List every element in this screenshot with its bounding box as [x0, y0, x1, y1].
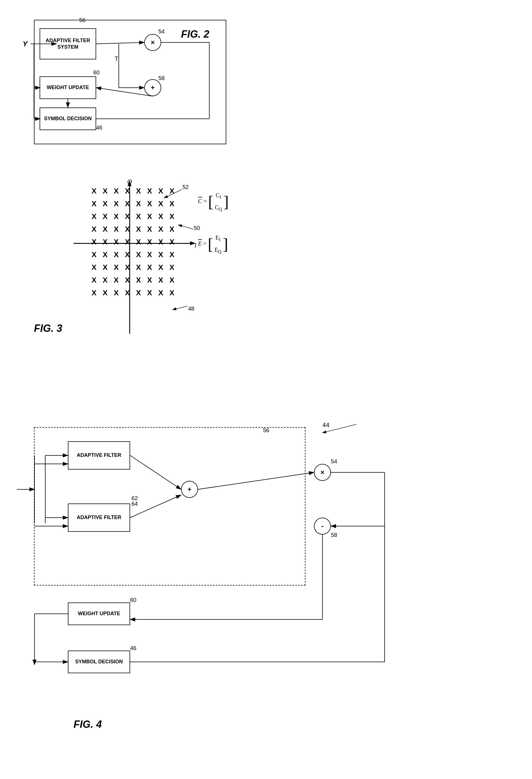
fig2-mult-symbol: ×	[151, 39, 155, 46]
fig2-weight-label: WEIGHT UPDATE	[47, 84, 89, 91]
fig2-multiplier: ×	[144, 34, 161, 51]
fig3-diagram: Q I X X X X X X X X X X X X X X	[17, 170, 272, 368]
fig3-c-matrix: C = [ CICQ ]	[198, 189, 229, 214]
fig3-grid: X X X X X X X X X X X X X X X X	[79, 187, 187, 334]
fig2-symbol-block: SYMBOL DECISION	[40, 108, 96, 130]
x-1-5: X	[136, 187, 141, 195]
fig4-diagram: ADAPTIVE FILTER ADAPTIVE FILTER + × - WE…	[17, 419, 498, 753]
fig2-diagram: ADAPTIVE FILTER SYSTEM WEIGHT UPDATE SYM…	[17, 11, 249, 153]
fig4-af1-label: ADAPTIVE FILTER	[77, 452, 121, 459]
fig2-add-symbol: +	[151, 84, 155, 92]
fig4-symbol-block: SYMBOL DECISION	[68, 651, 130, 673]
fig3-num-50: 50	[194, 225, 200, 231]
fig4-num-44: 44	[322, 421, 329, 429]
fig2-afs-block: ADAPTIVE FILTER SYSTEM	[40, 28, 96, 59]
fig3-bracket-right-c: ]	[224, 193, 229, 211]
x-1-3: X	[114, 187, 119, 195]
x-1-4: X	[125, 187, 130, 195]
x-1-7: X	[158, 187, 163, 195]
x-1-1: X	[92, 187, 97, 195]
fig4-weight-block: WEIGHT UPDATE	[68, 602, 130, 625]
fig4-num-56: 56	[263, 427, 269, 434]
fig3-row-7: X X X X X X X X	[79, 263, 187, 272]
fig3-c-bar: C	[198, 197, 202, 204]
fig2-num-54: 54	[158, 28, 165, 35]
fig2-num-60: 60	[93, 69, 100, 76]
fig4-multiplier: ×	[314, 464, 331, 481]
fig2-num-46: 46	[96, 124, 102, 131]
fig3-e-vals: EIEQ	[215, 232, 221, 256]
fig2-num-58: 58	[158, 75, 165, 81]
fig4-af2-block: ADAPTIVE FILTER	[68, 503, 130, 532]
fig3-equals-e: =	[203, 240, 208, 247]
fig4-num-58: 58	[331, 532, 337, 538]
fig3-bracket-right-e: ]	[223, 235, 228, 253]
fig3-e-bar: E	[198, 240, 202, 247]
fig2-symbol-label: SYMBOL DECISION	[44, 115, 92, 122]
fig2-weight-block: WEIGHT UPDATE	[40, 76, 96, 99]
fig2-adder: +	[144, 79, 161, 96]
fig3-row-8: X X X X X X X X	[79, 276, 187, 285]
fig3-q-label: Q	[127, 178, 132, 186]
fig2-title: FIG. 2	[181, 28, 209, 40]
fig3-row-2: X X X X X X X X	[79, 199, 187, 208]
fig4-add-symbol: +	[187, 485, 191, 493]
fig3-c-vals: CICQ	[215, 189, 222, 214]
fig4-af2-label: ADAPTIVE FILTER	[77, 514, 121, 521]
fig2-y-label: Y	[22, 40, 27, 48]
fig3-bracket-left-e: [	[208, 235, 213, 253]
fig3-row-1: X X X X X X X X	[79, 187, 187, 195]
fig3-row-5: X X X X X X X X	[79, 238, 187, 246]
fig4-adder: +	[181, 481, 198, 498]
fig3-row-3: X X X X X X X X	[79, 212, 187, 221]
fig4-num-64: 64	[131, 501, 138, 507]
x-1-6: X	[147, 187, 152, 195]
fig4-af1-block: ADAPTIVE FILTER	[68, 441, 130, 470]
fig3-e-matrix: E = [ EIEQ ]	[198, 232, 228, 256]
fig3-i-label: I	[194, 242, 196, 249]
fig4-symbol-label: SYMBOL DECISION	[75, 659, 123, 665]
fig4-num-54: 54	[331, 458, 337, 465]
x-1-2: X	[103, 187, 108, 195]
fig4-subtractor: -	[314, 518, 331, 535]
fig3-num-48: 48	[188, 305, 194, 312]
fig3-equals-c: =	[203, 198, 208, 204]
fig3-num-52: 52	[182, 184, 189, 190]
fig4-title: FIG. 4	[73, 718, 102, 730]
fig4-sub-symbol: -	[321, 522, 323, 530]
x-1-8: X	[169, 187, 174, 195]
fig3-title: FIG. 3	[34, 322, 62, 334]
fig3-bracket-left-c: [	[208, 193, 214, 211]
fig2-afs-label: ADAPTIVE FILTER SYSTEM	[40, 37, 96, 51]
fig4-mult-symbol: ×	[320, 468, 324, 476]
fig4-num-60: 60	[130, 597, 136, 603]
fig3-row-9: X X X X X X X X	[79, 289, 187, 297]
fig2-num-56: 56	[79, 17, 85, 23]
fig4-weight-label: WEIGHT UPDATE	[78, 610, 120, 617]
fig3-row-4: X X X X X X X X	[79, 225, 187, 234]
page: ADAPTIVE FILTER SYSTEM WEIGHT UPDATE SYM…	[0, 0, 532, 779]
fig3-row-6: X X X X X X X X	[79, 250, 187, 259]
fig4-num-46: 46	[130, 645, 136, 651]
